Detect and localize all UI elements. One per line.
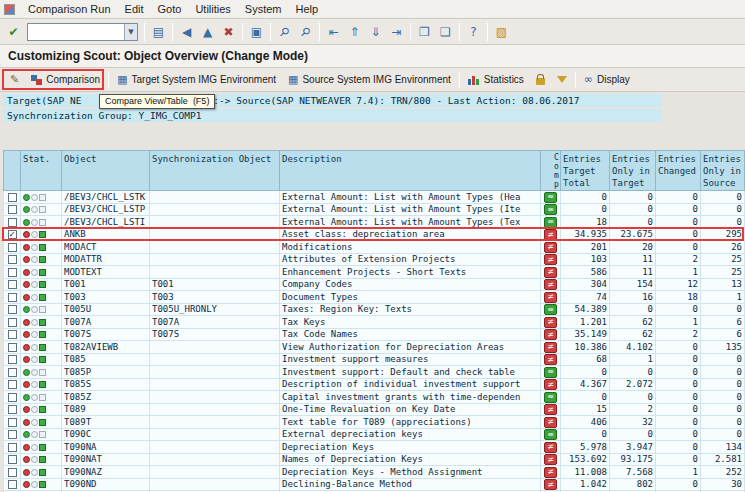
row-select-checkbox[interactable]: ✓ [8, 230, 17, 239]
row-select-checkbox[interactable] [8, 368, 17, 377]
menu-comparison-run[interactable]: Comparison Run [21, 2, 118, 16]
compare-result-button[interactable]: ≠ [544, 317, 557, 328]
row-select-checkbox[interactable] [8, 393, 17, 402]
help-button[interactable]: ? [464, 22, 483, 42]
compare-result-button[interactable]: ≠ [544, 379, 557, 390]
compare-result-button[interactable]: ≠ [544, 267, 557, 278]
entries-target-total-cell: 1.042 [561, 478, 610, 491]
compare-result-button[interactable]: ≠ [544, 417, 557, 428]
row-select-checkbox[interactable] [8, 243, 17, 252]
header-entries-changed[interactable]: Entries Changed [656, 151, 701, 191]
compare-result-button[interactable]: ≠ [544, 354, 557, 365]
header-object[interactable]: Object [62, 151, 150, 191]
description-cell: Depreciation Keys [280, 441, 541, 454]
compare-result-button[interactable]: ≡ [544, 192, 557, 203]
row-select-checkbox[interactable] [8, 468, 17, 477]
compare-result-button[interactable]: ≠ [544, 329, 557, 340]
compare-result-button[interactable]: ≠ [544, 404, 557, 415]
header-stat[interactable]: Stat. [21, 151, 62, 191]
header-sync-object[interactable]: Synchronization Object [150, 151, 280, 191]
back-button[interactable]: ◀ [177, 22, 196, 42]
customize-layout-button[interactable]: ▨ [492, 22, 511, 42]
compare-result-button[interactable]: ≠ [544, 242, 557, 253]
compare-result-button[interactable]: ≠ [544, 342, 557, 353]
last-page-button[interactable]: ⇥ [387, 22, 406, 42]
menu-utilities[interactable]: Utilities [188, 2, 237, 16]
header-entries-only-target[interactable]: Entries Only in Target [610, 151, 656, 191]
row-select-checkbox[interactable] [8, 305, 17, 314]
compare-result-button[interactable]: ≠ [544, 442, 557, 453]
compare-result-button[interactable]: ≠ [544, 479, 557, 490]
compare-result-button[interactable]: ≠ [544, 229, 557, 240]
row-select-checkbox[interactable] [8, 280, 17, 289]
entries-only-in-target-cell: 93.175 [610, 453, 656, 466]
save-button[interactable]: ▤ [149, 22, 168, 42]
cancel-button[interactable]: ✖ [219, 22, 238, 42]
compare-result-button[interactable]: ≡ [544, 304, 557, 315]
command-input[interactable] [28, 25, 124, 39]
first-page-icon: ⇤ [328, 26, 338, 38]
header-entries-target-total[interactable]: Entries Target Total [561, 151, 610, 191]
entries-only-in-source-cell: 295 [701, 228, 745, 241]
change-display-button[interactable]: ✎ [4, 70, 25, 90]
compare-result-button[interactable]: ≡ [544, 367, 557, 378]
row-select-checkbox[interactable] [8, 293, 17, 302]
entries-target-total-cell: 54.389 [561, 303, 610, 316]
row-select-checkbox[interactable] [8, 343, 17, 352]
comparison-button[interactable]: Comparison [25, 70, 106, 90]
row-select-checkbox[interactable] [8, 380, 17, 389]
entries-target-total-cell: 0 [561, 391, 610, 404]
row-select-checkbox[interactable] [8, 193, 17, 202]
entries-only-in-target-cell: 7.568 [610, 466, 656, 479]
filter-button[interactable] [551, 70, 573, 90]
lock-button[interactable] [530, 70, 551, 90]
compare-result-button[interactable]: ≡ [544, 204, 557, 215]
object-cell: T082AVIEWB [62, 341, 150, 354]
header-comp[interactable]: Comp [541, 151, 561, 191]
exit-button[interactable]: ▲ [198, 22, 217, 42]
menu-system[interactable]: System [238, 2, 289, 16]
row-select-checkbox[interactable] [8, 418, 17, 427]
command-dropdown-icon[interactable]: ▼ [124, 24, 137, 40]
header-description[interactable]: Description [280, 151, 541, 191]
target-img-environment-button[interactable]: ▦Target System IMG Environment [111, 70, 282, 90]
compare-result-button[interactable]: ≡ [544, 217, 557, 228]
row-select-checkbox[interactable] [8, 355, 17, 364]
compare-result-button[interactable]: ≠ [544, 467, 557, 478]
row-select-checkbox[interactable] [8, 218, 17, 227]
row-select-checkbox[interactable] [8, 443, 17, 452]
page-down-button[interactable]: ⇓ [366, 22, 385, 42]
find-button[interactable]: ⚲ [275, 22, 294, 42]
create-shortcut-button[interactable]: ❏ [436, 22, 455, 42]
source-img-environment-button[interactable]: ▦Source System IMG Environment [282, 70, 457, 90]
statistics-button[interactable]: Statistics [462, 70, 530, 90]
menu-help[interactable]: Help [289, 2, 326, 16]
display-button[interactable]: ∞Display [578, 70, 636, 90]
row-select-checkbox[interactable] [8, 268, 17, 277]
row-select-checkbox[interactable] [8, 205, 17, 214]
enter-button[interactable]: ✔ [4, 22, 23, 42]
compare-result-button[interactable]: ≡ [544, 429, 557, 440]
row-select-checkbox[interactable] [8, 430, 17, 439]
menu-goto[interactable]: Goto [151, 2, 189, 16]
menu-edit[interactable]: Edit [118, 2, 151, 16]
compare-result-button[interactable]: ≠ [544, 454, 557, 465]
row-select-checkbox[interactable] [8, 318, 17, 327]
new-session-button[interactable]: ❐ [415, 22, 434, 42]
find-next-button[interactable]: ⚲ [296, 22, 315, 42]
row-select-checkbox[interactable] [8, 405, 17, 414]
row-select-checkbox[interactable] [8, 480, 17, 489]
object-cell: T089T [62, 416, 150, 429]
compare-result-button[interactable]: ≡ [544, 392, 557, 403]
compare-result-button[interactable]: ≠ [544, 279, 557, 290]
compare-result-button[interactable]: ≠ [544, 292, 557, 303]
row-select-checkbox[interactable] [8, 255, 17, 264]
first-page-button[interactable]: ⇤ [324, 22, 343, 42]
row-select-checkbox[interactable] [8, 455, 17, 464]
entries-only-in-source-cell: 135 [701, 341, 745, 354]
header-entries-only-source[interactable]: Entries Only in Source [701, 151, 745, 191]
page-up-button[interactable]: ⇑ [345, 22, 364, 42]
row-select-checkbox[interactable] [8, 330, 17, 339]
print-button[interactable]: ▣ [247, 22, 266, 42]
compare-result-button[interactable]: ≠ [544, 254, 557, 265]
